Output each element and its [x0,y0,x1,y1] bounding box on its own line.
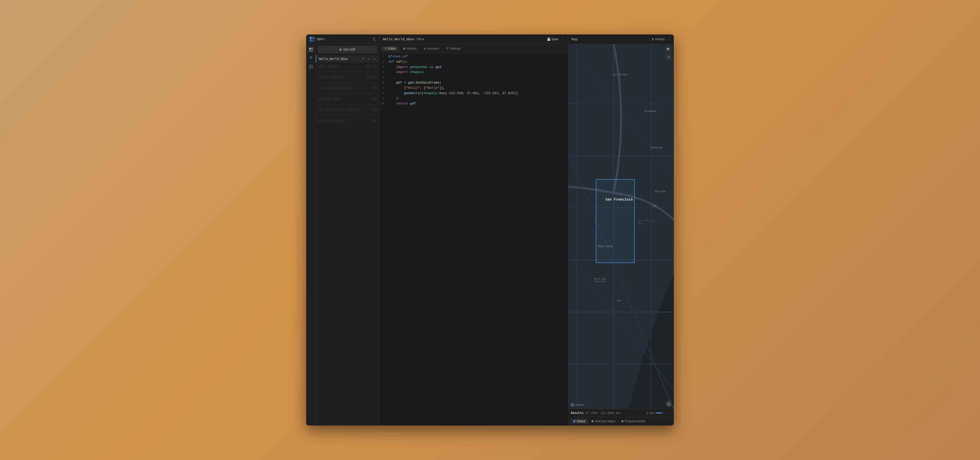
results-coords: 37.7495,-122.4450,18z [586,411,621,415]
code-line-3: 3 import geopandas as gpd [379,65,568,70]
svg-rect-0 [309,37,312,39]
progress-bar-fill [656,412,662,414]
code-line-2: 2 def udf(): [379,59,568,65]
selected-dot [592,420,593,422]
map-container[interactable]: San Rafael Richmond Berkeley Oakland San… [568,44,674,409]
results-time: 0.66s [646,411,655,415]
sidebar-icon-layers[interactable] [307,55,315,62]
tab-selected-object[interactable]: Selected object [589,419,618,424]
top-bar-right: Map ⏸ Freeze ⋮ [568,35,674,44]
file-tab-name: Hello_World_bbox [383,37,414,41]
code-line-7: 7 {"Hello": ["World"]}, [379,86,568,91]
svg-rect-2 [309,40,312,42]
svg-rect-7 [311,50,313,51]
map-selection-rect [596,179,635,263]
main-content: ⊞ Add UDF Hello_World_bbox ▷ 👁 ✕ ▾ [306,44,674,425]
svg-rect-5 [311,48,313,49]
add-icon: ⊞ [339,48,342,51]
svg-rect-4 [309,48,311,49]
editor-panel: ⟨⟩ Editor ▦ Module ◈ Visualize ⚙ Setting… [379,44,568,425]
gps-button[interactable]: ⊕ [666,401,672,407]
progress-bar [656,412,666,414]
editor-tabs: ⟨⟩ Editor ▦ Module ◈ Visualize ⚙ Setting… [379,44,568,53]
map-toolbar: 🔍 ◎ [665,46,672,60]
tab-module[interactable]: ▦ Module [400,46,420,51]
results-more-button[interactable]: ⋮ [668,411,671,415]
map-more-button[interactable]: ⋮ [667,37,670,41]
add-udf-button[interactable]: ⊞ Add UDF [318,46,377,53]
code-line-10: 10 return gdf [379,101,568,106]
tab-stdout[interactable]: Stdout [571,419,588,424]
map-panel-title: Map [571,37,578,41]
code-line-5: 5 [379,75,568,80]
editor-icon: ⟨⟩ [385,47,387,50]
code-line-8: 8 geometry=[shapely.box(-122.549, 37.681… [379,91,568,96]
results-label: Results [571,411,584,415]
svg-rect-6 [309,50,311,51]
tab-visualize[interactable]: ◈ Visualize [421,46,442,51]
top-bar-left: UDFs ❮ [306,35,379,44]
save-button[interactable]: 💾 Save [547,38,558,41]
svg-rect-8 [309,65,313,68]
tab-settings[interactable]: ⚙ Settings [443,46,464,51]
udf-chevron-icon[interactable]: ▾ [372,57,376,61]
tab-editor[interactable]: ⟨⟩ Editor [382,46,399,51]
map-background: San Rafael Richmond Berkeley Oakland San… [568,44,674,409]
code-line-4: 4 import shapely [379,70,568,75]
map-compass-button[interactable]: ◎ [665,54,672,60]
code-editor[interactable]: 1 @fused.udf 2 def udf(): 3 import geopa… [379,53,568,425]
editor-more-button[interactable]: ⋮ [561,37,564,41]
sidebar-icon-table[interactable] [307,63,315,70]
svg-rect-1 [312,37,315,39]
stdout-dot [573,420,575,422]
udf-list-blurred [316,63,379,124]
mapbox-logo: mapbox [570,403,584,407]
udf-item-name: Hello_World_bbox [319,57,354,61]
code-line-6: 6 gdf = gpd.GeoDataFrame( [379,80,568,86]
udf-item-actions: ▷ 👁 ✕ ▾ [355,57,376,61]
code-line-1: 1 @fused.udf [379,54,568,59]
code-line-9: 9 ) [379,96,568,101]
map-search-button[interactable]: 🔍 [665,46,672,52]
udf-panel: ⊞ Add UDF Hello_World_bbox ▷ 👁 ✕ ▾ [316,44,379,425]
top-bar-middle: Hello_World_bbox File ▾ 💾 Save ⋮ [379,35,568,44]
udf-list-item-active[interactable]: Hello_World_bbox ▷ 👁 ✕ ▾ [316,55,379,63]
app-window: UDFs ❮ Hello_World_bbox File ▾ 💾 Save ⋮ … [306,35,674,425]
results-progress: 0.66s [646,411,666,415]
freeze-button[interactable]: ⏸ Freeze [651,38,665,41]
svg-rect-3 [312,40,315,42]
visualize-icon: ◈ [424,47,426,50]
file-menu-button[interactable]: File ▾ [417,38,424,41]
results-bar: Results 37.7495,-122.4450,18z 0.66s ⋮ [568,409,674,417]
udf-close-icon[interactable]: ✕ [366,57,371,61]
mapbox-icon [570,403,574,407]
svg-point-25 [572,404,573,405]
udf-eye-icon[interactable]: 👁 [361,57,365,61]
top-bar: UDFs ❮ Hello_World_bbox File ▾ 💾 Save ⋮ … [306,35,674,44]
module-icon: ▦ [403,47,406,50]
map-panel: San Rafael Richmond Berkeley Oakland San… [568,44,674,425]
request-dot [621,420,624,422]
collapse-panel-button[interactable]: ❮ [373,37,376,41]
udf-run-icon[interactable]: ▷ [355,57,360,61]
app-logo-icon [309,36,315,42]
udfs-title: UDFs [317,37,325,41]
results-tabs: Stdout Selected object Request details [568,417,674,425]
sidebar-icons [306,44,316,425]
sidebar-icon-udfs[interactable] [307,46,315,53]
settings-icon: ⚙ [446,47,449,50]
tab-request-details[interactable]: Request details [619,419,648,424]
